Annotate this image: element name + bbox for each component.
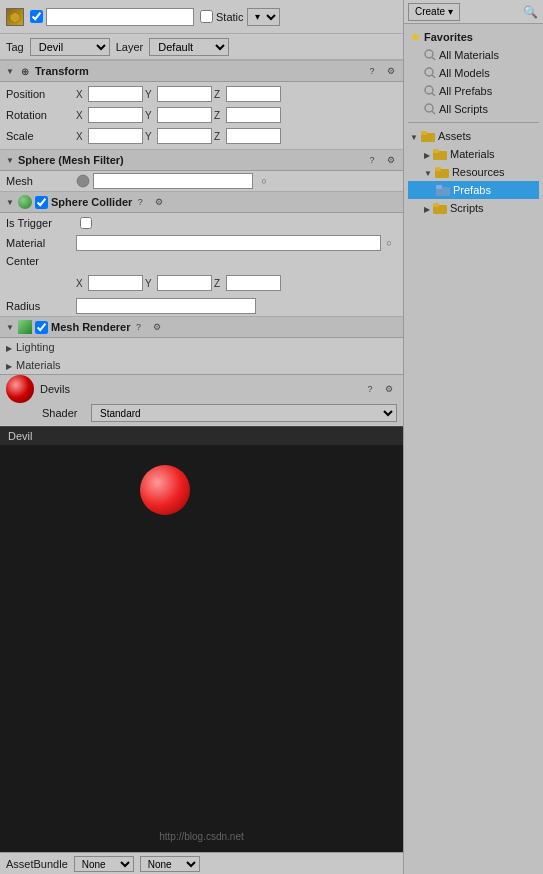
sc-z-input[interactable]: 1 [226, 128, 281, 144]
transform-doc-btn[interactable]: ? [364, 63, 380, 79]
rot-x-input[interactable]: 0 [88, 107, 143, 123]
svg-rect-19 [433, 203, 439, 207]
position-label: Position [6, 88, 76, 100]
cx-label: X [76, 278, 86, 289]
sphere-collider-icon [18, 195, 32, 209]
mesh-filter-expand-icon[interactable] [4, 154, 16, 166]
cy-input[interactable]: 0 [157, 275, 212, 291]
mesh-value-input[interactable]: Sphere [93, 173, 253, 189]
static-label: Static [216, 11, 244, 23]
materials-tree-expand-icon[interactable] [424, 148, 430, 160]
mesh-renderer-icon [18, 320, 32, 334]
scripts-item[interactable]: Scripts [408, 199, 539, 217]
mesh-filter-gear-btn[interactable]: ⚙ [383, 152, 399, 168]
asset-bundle-dropdown1[interactable]: None [74, 856, 134, 872]
all-scripts-item[interactable]: All Scripts [408, 100, 539, 118]
devils-gear-btn[interactable]: ⚙ [381, 381, 397, 397]
shader-dropdown[interactable]: Standard [91, 404, 397, 422]
rotation-xyz: X 0 Y 0 Z 0 [76, 107, 397, 123]
object-active-toggle[interactable]: Devil [30, 8, 194, 26]
lighting-expand-icon[interactable] [6, 341, 12, 353]
mesh-renderer-gear-btn[interactable]: ⚙ [149, 319, 165, 335]
mesh-row: Mesh Sphere ○ [0, 171, 403, 191]
mesh-renderer-doc-btn[interactable]: ? [130, 319, 146, 335]
pos-y-input[interactable]: 2 [157, 86, 212, 102]
static-checkbox[interactable] [200, 10, 213, 23]
rot-y-input[interactable]: 0 [157, 107, 212, 123]
sphere-collider-gear-btn[interactable]: ⚙ [151, 194, 167, 210]
devils-actions: ? ⚙ [362, 381, 397, 397]
cz-input[interactable]: 0 [226, 275, 281, 291]
shader-row: Shader Standard [0, 403, 403, 425]
assets-expand-icon[interactable] [410, 130, 418, 142]
mesh-filter-header[interactable]: Sphere (Mesh Filter) ? ⚙ [0, 149, 403, 171]
material-select-btn[interactable]: ○ [381, 235, 397, 251]
asset-bundle-label: AssetBundle [6, 858, 68, 870]
assets-item[interactable]: Assets [408, 127, 539, 145]
position-row: Position X 0 Y 2 Z 10 [6, 84, 397, 104]
active-checkbox[interactable] [30, 10, 43, 23]
all-prefabs-item[interactable]: All Prefabs [408, 82, 539, 100]
asset-bundle-dropdown2[interactable]: None [140, 856, 200, 872]
sphere-collider-header[interactable]: Sphere Collider ? ⚙ [0, 191, 403, 213]
is-trigger-checkbox[interactable] [80, 217, 92, 229]
favorites-label: Favorites [424, 31, 473, 43]
materials-expand-icon[interactable] [6, 359, 12, 371]
transform-gear-btn[interactable]: ⚙ [383, 63, 399, 79]
search-small-icon2 [424, 67, 436, 79]
material-input[interactable]: None (Physic Material) [76, 235, 381, 251]
scale-xyz: X 1 Y 1 Z 1 [76, 128, 397, 144]
transform-expand-icon[interactable] [4, 65, 16, 77]
mesh-renderer-checkbox[interactable] [35, 321, 48, 334]
all-models-label: All Models [439, 67, 490, 79]
radius-input[interactable]: 0.5 [76, 298, 256, 314]
search-icon[interactable]: 🔍 [521, 3, 539, 21]
mesh-filter-doc-btn[interactable]: ? [364, 152, 380, 168]
pos-z-input[interactable]: 10 [226, 86, 281, 102]
create-button[interactable]: Create ▾ [408, 3, 460, 21]
rotation-row: Rotation X 0 Y 0 Z 0 [6, 105, 397, 125]
lighting-row[interactable]: Lighting [0, 338, 403, 356]
mesh-renderer-toggle[interactable]: Mesh Renderer [35, 321, 130, 334]
materials-row[interactable]: Materials [0, 356, 403, 374]
sc-x-input[interactable]: 1 [88, 128, 143, 144]
resources-folder-icon [435, 166, 449, 178]
mesh-select-btn[interactable]: ○ [256, 173, 272, 189]
sc-y-label: Y [145, 131, 155, 142]
transform-header[interactable]: ⊕ Transform ? ⚙ [0, 60, 403, 82]
mesh-renderer-header[interactable]: Mesh Renderer ? ⚙ [0, 316, 403, 338]
sphere-collider-checkbox[interactable] [35, 196, 48, 209]
prefabs-item[interactable]: Prefabs [408, 181, 539, 199]
static-dropdown[interactable]: ▾ [247, 8, 280, 26]
sc-y-input[interactable]: 1 [157, 128, 212, 144]
object-name-input[interactable]: Devil [46, 8, 194, 26]
sphere-collider-toggle[interactable]: Sphere Collider [35, 196, 132, 209]
materials-folder-icon [433, 148, 447, 160]
rot-x-label: X [76, 110, 86, 121]
sphere-collider-expand-icon[interactable] [4, 196, 16, 208]
inspector-scroll[interactable]: Devil Static ▾ Tag Devil Layer Default [0, 0, 403, 426]
resources-expand-icon[interactable] [424, 166, 432, 178]
inspector-panel: Devil Static ▾ Tag Devil Layer Default [0, 0, 403, 874]
preview-canvas: http://blog.csdn.net [0, 445, 403, 852]
layer-dropdown[interactable]: Default [149, 38, 229, 56]
resources-item[interactable]: Resources [408, 163, 539, 181]
devils-doc-btn[interactable]: ? [362, 381, 378, 397]
pos-x-input[interactable]: 0 [88, 86, 143, 102]
sphere-collider-doc-btn[interactable]: ? [132, 194, 148, 210]
scripts-expand-icon[interactable] [424, 202, 430, 214]
search-small-icon [424, 49, 436, 61]
rot-z-input[interactable]: 0 [226, 107, 281, 123]
rot-y-label: Y [145, 110, 155, 121]
tag-dropdown[interactable]: Devil [30, 38, 110, 56]
project-panel: Create ▾ 🔍 ★ Favorites All Materials All… [403, 0, 543, 874]
transform-title: Transform [35, 65, 364, 77]
devils-header: Devils ? ⚙ [0, 375, 403, 403]
mesh-renderer-expand-icon[interactable] [4, 321, 16, 333]
all-materials-item[interactable]: All Materials [408, 46, 539, 64]
cx-input[interactable]: 0 [88, 275, 143, 291]
materials-item[interactable]: Materials [408, 145, 539, 163]
favorites-item[interactable]: ★ Favorites [408, 28, 539, 46]
all-models-item[interactable]: All Models [408, 64, 539, 82]
favorites-star-icon: ★ [410, 30, 421, 44]
